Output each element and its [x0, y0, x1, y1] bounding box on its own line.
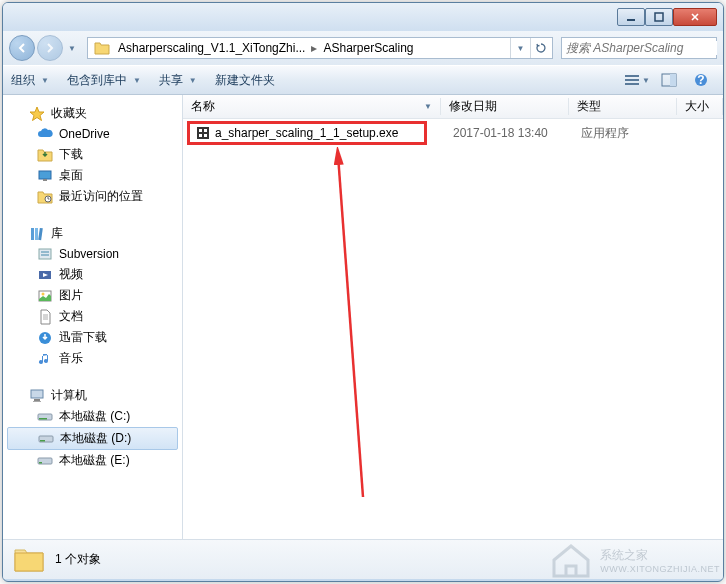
view-options-button[interactable]: ▼ [623, 69, 651, 91]
sidebar-item-label: 音乐 [59, 350, 83, 367]
svn-icon [37, 246, 53, 262]
sidebar-item-desktop[interactable]: 桌面 [3, 165, 182, 186]
sidebar-item-label: OneDrive [59, 127, 110, 141]
computer-label: 计算机 [51, 387, 87, 404]
svg-line-35 [338, 155, 363, 497]
chevron-right-icon[interactable]: ▸ [309, 41, 319, 55]
explorer-window: ▼ Asharperscaling_V1.1_XiTongZhi... ▸ AS… [2, 2, 724, 582]
sidebar-item-recent[interactable]: 最近访问的位置 [3, 186, 182, 207]
drive-icon [37, 453, 53, 469]
svg-rect-4 [625, 79, 639, 81]
breadcrumb-item[interactable]: ASharperScaling [319, 41, 417, 55]
file-list-area: 名称▼ 修改日期 类型 大小 a_sharper_scaling_1_1_set… [183, 95, 723, 539]
back-button[interactable] [9, 35, 35, 61]
svg-rect-32 [204, 129, 207, 132]
sidebar-item-drive-e[interactable]: 本地磁盘 (E:) [3, 450, 182, 471]
computer-header[interactable]: 计算机 [3, 385, 182, 406]
address-bar[interactable]: Asharperscaling_V1.1_XiTongZhi... ▸ ASha… [87, 37, 553, 59]
titlebar [3, 3, 723, 31]
search-box[interactable] [561, 37, 717, 59]
svg-rect-25 [39, 418, 47, 420]
column-date[interactable]: 修改日期 [441, 98, 569, 115]
refresh-button[interactable] [530, 38, 550, 58]
svg-rect-1 [655, 13, 663, 21]
svg-rect-23 [33, 401, 41, 402]
address-dropdown[interactable]: ▼ [510, 38, 530, 58]
nav-history-dropdown[interactable]: ▼ [65, 35, 79, 61]
download-icon [37, 147, 53, 163]
minimize-button[interactable] [617, 8, 645, 26]
sidebar-item-drive-d[interactable]: 本地磁盘 (D:) [7, 427, 178, 450]
drive-icon [38, 431, 54, 447]
column-name[interactable]: 名称▼ [183, 98, 441, 115]
help-button[interactable]: ? [687, 69, 715, 91]
svg-rect-33 [199, 134, 202, 137]
svg-rect-10 [39, 171, 51, 179]
column-headers: 名称▼ 修改日期 类型 大小 [183, 95, 723, 119]
share-label: 共享 [159, 72, 183, 89]
sidebar-item-label: 本地磁盘 (E:) [59, 452, 130, 469]
include-library-menu[interactable]: 包含到库中▼ [67, 72, 141, 89]
library-icon [29, 226, 45, 242]
sidebar-item-videos[interactable]: 视频 [3, 264, 182, 285]
sidebar-item-label: 桌面 [59, 167, 83, 184]
xunlei-icon [37, 330, 53, 346]
nav-arrows: ▼ [9, 35, 79, 61]
sidebar-item-label: 最近访问的位置 [59, 188, 143, 205]
file-row[interactable]: a_sharper_scaling_1_1_setup.exe 2017-01-… [183, 123, 723, 143]
sidebar-item-downloads[interactable]: 下载 [3, 144, 182, 165]
sidebar-item-drive-c[interactable]: 本地磁盘 (C:) [3, 406, 182, 427]
sidebar-item-label: 迅雷下载 [59, 329, 107, 346]
svg-rect-15 [38, 227, 43, 239]
file-list[interactable]: a_sharper_scaling_1_1_setup.exe 2017-01-… [183, 119, 723, 539]
sidebar-item-label: 文档 [59, 308, 83, 325]
svg-rect-34 [204, 134, 207, 137]
search-input[interactable] [566, 41, 717, 55]
svg-rect-21 [31, 390, 43, 398]
new-folder-label: 新建文件夹 [215, 72, 275, 89]
sidebar-item-subversion[interactable]: Subversion [3, 244, 182, 264]
svg-rect-22 [34, 399, 40, 401]
sidebar-item-label: 视频 [59, 266, 83, 283]
picture-icon [37, 288, 53, 304]
exe-icon [195, 125, 211, 141]
sidebar-item-label: 下载 [59, 146, 83, 163]
window-controls [617, 8, 717, 26]
sidebar-item-onedrive[interactable]: OneDrive [3, 124, 182, 144]
chevron-down-icon: ▼ [41, 76, 49, 85]
column-label: 名称 [191, 98, 215, 115]
column-label: 修改日期 [449, 98, 497, 115]
svg-text:?: ? [697, 73, 704, 87]
sidebar-item-documents[interactable]: 文档 [3, 306, 182, 327]
cloud-icon [37, 126, 53, 142]
svg-rect-3 [625, 75, 639, 77]
desktop-icon [37, 168, 53, 184]
libraries-label: 库 [51, 225, 63, 242]
share-menu[interactable]: 共享▼ [159, 72, 197, 89]
document-icon [37, 309, 53, 325]
svg-rect-16 [39, 249, 51, 259]
chevron-down-icon: ▼ [189, 76, 197, 85]
organize-menu[interactable]: 组织▼ [11, 72, 49, 89]
maximize-button[interactable] [645, 8, 673, 26]
libraries-header[interactable]: 库 [3, 223, 182, 244]
column-type[interactable]: 类型 [569, 98, 677, 115]
sidebar-item-xunlei[interactable]: 迅雷下载 [3, 327, 182, 348]
sidebar-item-music[interactable]: 音乐 [3, 348, 182, 369]
preview-pane-button[interactable] [655, 69, 683, 91]
sidebar-item-label: 本地磁盘 (D:) [60, 430, 131, 447]
sidebar-item-pictures[interactable]: 图片 [3, 285, 182, 306]
favorites-header[interactable]: 收藏夹 [3, 103, 182, 124]
new-folder-button[interactable]: 新建文件夹 [215, 72, 275, 89]
column-size[interactable]: 大小 [677, 98, 723, 115]
drive-icon [37, 409, 53, 425]
breadcrumb-item[interactable]: Asharperscaling_V1.1_XiTongZhi... [114, 41, 309, 55]
svg-rect-27 [40, 440, 45, 442]
forward-button[interactable] [37, 35, 63, 61]
svg-rect-13 [31, 228, 34, 240]
annotation-arrow [333, 147, 373, 507]
close-button[interactable] [673, 8, 717, 26]
body: 收藏夹 OneDrive 下载 桌面 最近访问的位置 库 Subversion … [3, 95, 723, 539]
toolbar: 组织▼ 包含到库中▼ 共享▼ 新建文件夹 ▼ ? [3, 65, 723, 95]
organize-label: 组织 [11, 72, 35, 89]
